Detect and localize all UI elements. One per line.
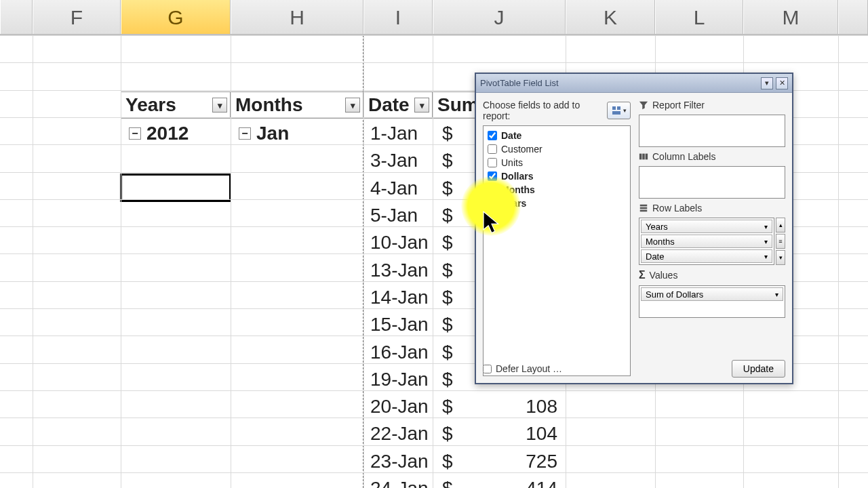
field-checkbox-units[interactable] bbox=[488, 158, 497, 167]
pivot-month-row[interactable]: − Jan bbox=[235, 120, 363, 147]
collapse-year-icon[interactable]: − bbox=[129, 127, 141, 140]
values-label: Σ Values bbox=[639, 269, 785, 281]
pivot-header-date[interactable]: Date ▾ bbox=[363, 92, 433, 119]
svg-rect-0 bbox=[612, 106, 616, 110]
report-filter-label: Report Filter bbox=[639, 100, 785, 110]
field-checkbox-months[interactable] bbox=[488, 185, 497, 195]
svg-rect-3 bbox=[639, 154, 642, 160]
report-filter-zone[interactable] bbox=[639, 115, 785, 147]
column-header-edge[interactable] bbox=[0, 0, 33, 34]
field-row-date[interactable]: Date bbox=[488, 129, 626, 142]
svg-rect-2 bbox=[612, 111, 620, 115]
field-checkbox-years[interactable] bbox=[488, 199, 497, 208]
date-cell[interactable]: 16-Jan bbox=[366, 338, 433, 365]
column-header-F[interactable]: F bbox=[33, 0, 121, 34]
date-cell[interactable]: 19-Jan bbox=[366, 366, 433, 393]
date-cell[interactable]: 15-Jan bbox=[366, 311, 433, 338]
date-cell[interactable]: 3-Jan bbox=[366, 147, 433, 174]
row-labels-zone[interactable]: Years▾Months▾Date▾ bbox=[639, 218, 774, 265]
dollar-sign-cell: $ bbox=[438, 120, 465, 147]
row-labels-scrollbar[interactable]: ▴ ≡ ▾ bbox=[776, 218, 785, 265]
column-header-J[interactable]: J bbox=[433, 0, 566, 34]
date-cell[interactable]: 10-Jan bbox=[366, 229, 433, 256]
value-cell[interactable]: 414 bbox=[465, 475, 566, 488]
column-header-M[interactable]: M bbox=[743, 0, 838, 34]
gridline-vertical bbox=[33, 35, 33, 488]
field-label: Date bbox=[501, 130, 521, 141]
gridline-horizontal bbox=[0, 62, 868, 63]
field-row-months[interactable]: Months bbox=[488, 183, 626, 197]
dollar-sign-cell: $ bbox=[438, 202, 465, 229]
row-item-years[interactable]: Years▾ bbox=[641, 220, 772, 233]
pivot-header-years[interactable]: Years ▾ bbox=[121, 92, 231, 119]
rows-icon bbox=[639, 203, 648, 213]
column-header-G[interactable]: G bbox=[121, 0, 231, 34]
column-header-L[interactable]: L bbox=[655, 0, 743, 34]
svg-rect-1 bbox=[617, 106, 620, 110]
dollar-sign-cell: $ bbox=[438, 338, 465, 365]
pane-minimize-button[interactable]: ▾ bbox=[761, 77, 773, 89]
dollar-sign-cell: $ bbox=[438, 229, 465, 256]
field-checkbox-date[interactable] bbox=[488, 131, 497, 140]
value-cell[interactable]: 725 bbox=[465, 448, 566, 475]
pivot-header-months[interactable]: Months ▾ bbox=[231, 92, 363, 119]
gridline-horizontal bbox=[0, 390, 868, 391]
values-zone[interactable]: Sum of Dollars▾ bbox=[639, 285, 785, 318]
date-cell[interactable]: 14-Jan bbox=[366, 284, 433, 311]
column-header-H[interactable]: H bbox=[231, 0, 363, 34]
gridline-vertical bbox=[121, 35, 121, 488]
value-cell[interactable]: 104 bbox=[465, 420, 566, 447]
date-cell[interactable]: 4-Jan bbox=[366, 175, 433, 202]
dollar-sign-cell: $ bbox=[438, 257, 465, 284]
value-cell[interactable]: 108 bbox=[465, 393, 566, 420]
pane-titlebar[interactable]: PivotTable Field List ▾ ✕ bbox=[476, 74, 792, 93]
layout-options-button[interactable]: ▾ bbox=[607, 102, 631, 119]
scroll-up-button[interactable]: ▴ bbox=[776, 218, 785, 232]
dollar-sign-cell: $ bbox=[438, 475, 465, 488]
pivot-year-row[interactable]: − 2012 bbox=[125, 120, 231, 147]
field-row-units[interactable]: Units bbox=[488, 156, 626, 169]
value-item[interactable]: Sum of Dollars▾ bbox=[641, 287, 783, 301]
field-row-dollars[interactable]: Dollars bbox=[488, 169, 626, 183]
gridline-vertical bbox=[231, 35, 231, 488]
gridline-vertical bbox=[433, 35, 433, 488]
collapse-month-icon[interactable]: − bbox=[239, 127, 251, 140]
scroll-down-button[interactable]: ▾ bbox=[776, 250, 785, 265]
row-item-date[interactable]: Date▾ bbox=[641, 249, 772, 263]
field-checkbox-customer[interactable] bbox=[488, 144, 497, 154]
defer-layout-checkbox[interactable]: Defer Layout … bbox=[483, 363, 562, 374]
date-cell[interactable]: 22-Jan bbox=[366, 420, 433, 447]
date-filter-button[interactable]: ▾ bbox=[414, 98, 429, 113]
months-filter-button[interactable]: ▾ bbox=[345, 98, 360, 113]
column-header-K[interactable]: K bbox=[566, 0, 655, 34]
row-item-months[interactable]: Months▾ bbox=[641, 235, 772, 248]
column-header-edge[interactable] bbox=[838, 0, 868, 34]
dollar-sign-cell: $ bbox=[438, 147, 465, 174]
date-cell[interactable]: 13-Jan bbox=[366, 257, 433, 284]
update-button[interactable]: Update bbox=[732, 360, 785, 378]
column-header-I[interactable]: I bbox=[363, 0, 433, 34]
field-label: Months bbox=[501, 184, 535, 195]
field-row-years[interactable]: Years bbox=[488, 197, 626, 210]
pane-close-button[interactable]: ✕ bbox=[776, 77, 788, 89]
field-checkbox-dollars[interactable] bbox=[488, 171, 497, 181]
dollar-sign-cell: $ bbox=[438, 393, 465, 420]
date-cell[interactable]: 24-Jan bbox=[366, 475, 433, 488]
date-cell[interactable]: 20-Jan bbox=[366, 393, 433, 420]
date-cell[interactable]: 5-Jan bbox=[366, 202, 433, 229]
gridline-horizontal bbox=[0, 472, 868, 473]
field-row-customer[interactable]: Customer bbox=[488, 142, 626, 156]
date-cell[interactable]: 1-Jan bbox=[366, 120, 433, 147]
column-labels-zone[interactable] bbox=[639, 166, 785, 199]
defer-layout-label: Defer Layout … bbox=[496, 363, 562, 374]
dollar-sign-cell: $ bbox=[438, 366, 465, 393]
pivot-field-list-pane: PivotTable Field List ▾ ✕ Choose fields … bbox=[475, 73, 793, 384]
defer-layout-input[interactable] bbox=[483, 365, 492, 373]
years-filter-button[interactable]: ▾ bbox=[212, 98, 227, 113]
date-cell[interactable]: 23-Jan bbox=[366, 448, 433, 475]
active-cell-selection[interactable] bbox=[120, 174, 231, 202]
row-labels-label: Row Labels bbox=[639, 203, 785, 214]
pivot-header-sum-label: Sum bbox=[437, 94, 479, 116]
pivot-year-label: 2012 bbox=[146, 123, 189, 144]
scroll-grip-button[interactable]: ≡ bbox=[776, 234, 785, 249]
